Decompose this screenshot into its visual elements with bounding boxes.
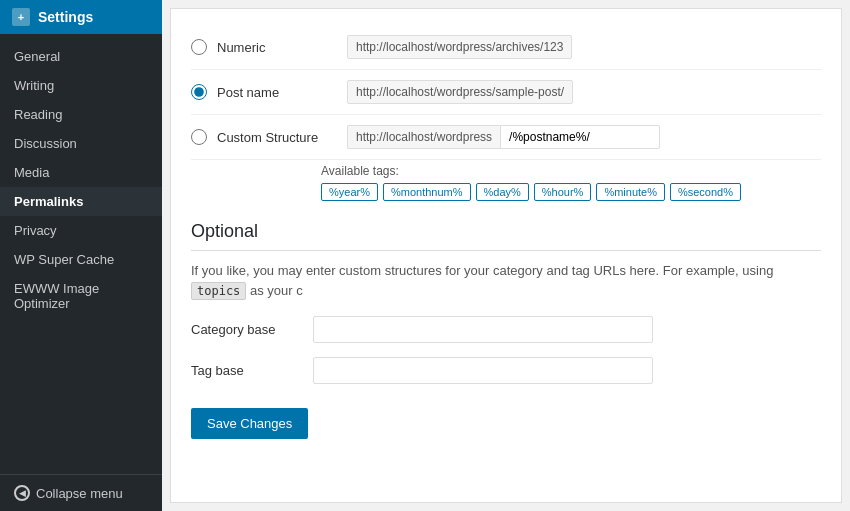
sidebar-item-media[interactable]: Media bbox=[0, 158, 162, 187]
post-name-radio[interactable] bbox=[191, 84, 207, 100]
numeric-label: Numeric bbox=[217, 40, 337, 55]
custom-url-input[interactable] bbox=[500, 125, 660, 149]
post-name-radio-row: Post name http://localhost/wordpress/sam… bbox=[191, 70, 821, 115]
tag-base-row: Tag base bbox=[191, 357, 821, 384]
sidebar-item-reading[interactable]: Reading bbox=[0, 100, 162, 129]
sidebar-nav: General Writing Reading Discussion Media… bbox=[0, 34, 162, 474]
sidebar-item-ewww[interactable]: EWWW Image Optimizer bbox=[0, 274, 162, 318]
optional-title: Optional bbox=[191, 221, 821, 251]
tag-minute[interactable]: %minute% bbox=[596, 183, 665, 201]
sidebar-title: Settings bbox=[38, 9, 93, 25]
post-name-url: http://localhost/wordpress/sample-post/ bbox=[347, 80, 573, 104]
sidebar-header: + Settings bbox=[0, 0, 162, 34]
collapse-menu-button[interactable]: ◀ Collapse menu bbox=[0, 474, 162, 511]
save-changes-button[interactable]: Save Changes bbox=[191, 408, 308, 439]
available-tags-section: Available tags: %year% %monthnum% %day% … bbox=[321, 164, 821, 201]
category-base-input[interactable] bbox=[313, 316, 653, 343]
sidebar-item-privacy[interactable]: Privacy bbox=[0, 216, 162, 245]
collapse-label: Collapse menu bbox=[36, 486, 123, 501]
tag-base-label: Tag base bbox=[191, 363, 301, 378]
custom-structure-inputs: http://localhost/wordpress bbox=[347, 125, 660, 149]
optional-desc: If you like, you may enter custom struct… bbox=[191, 261, 821, 300]
content-inner: Numeric http://localhost/wordpress/archi… bbox=[170, 8, 842, 503]
category-base-label: Category base bbox=[191, 322, 301, 337]
tag-year[interactable]: %year% bbox=[321, 183, 378, 201]
tag-day[interactable]: %day% bbox=[476, 183, 529, 201]
tags-row: %year% %monthnum% %day% %hour% %minute% … bbox=[321, 183, 821, 201]
custom-structure-radio[interactable] bbox=[191, 129, 207, 145]
tag-hour[interactable]: %hour% bbox=[534, 183, 592, 201]
numeric-radio[interactable] bbox=[191, 39, 207, 55]
settings-icon: + bbox=[12, 8, 30, 26]
tag-monthnum[interactable]: %monthnum% bbox=[383, 183, 471, 201]
sidebar: + Settings General Writing Reading Discu… bbox=[0, 0, 162, 511]
custom-structure-radio-row: Custom Structure http://localhost/wordpr… bbox=[191, 115, 821, 160]
post-name-label: Post name bbox=[217, 85, 337, 100]
optional-desc-before: If you like, you may enter custom struct… bbox=[191, 263, 773, 278]
available-tags-label: Available tags: bbox=[321, 164, 821, 178]
optional-desc-after: as your c bbox=[250, 283, 303, 298]
sidebar-item-discussion[interactable]: Discussion bbox=[0, 129, 162, 158]
sidebar-item-writing[interactable]: Writing bbox=[0, 71, 162, 100]
collapse-icon: ◀ bbox=[14, 485, 30, 501]
custom-url-base: http://localhost/wordpress bbox=[347, 125, 500, 149]
category-base-row: Category base bbox=[191, 316, 821, 343]
optional-section: Optional If you like, you may enter cust… bbox=[191, 221, 821, 439]
numeric-radio-row: Numeric http://localhost/wordpress/archi… bbox=[191, 25, 821, 70]
topics-badge: topics bbox=[191, 282, 246, 300]
tag-second[interactable]: %second% bbox=[670, 183, 741, 201]
tag-base-input[interactable] bbox=[313, 357, 653, 384]
sidebar-item-wp-super-cache[interactable]: WP Super Cache bbox=[0, 245, 162, 274]
sidebar-item-general[interactable]: General bbox=[0, 42, 162, 71]
numeric-url: http://localhost/wordpress/archives/123 bbox=[347, 35, 572, 59]
custom-structure-label: Custom Structure bbox=[217, 130, 337, 145]
sidebar-item-permalinks[interactable]: Permalinks bbox=[0, 187, 162, 216]
main-content: Numeric http://localhost/wordpress/archi… bbox=[162, 0, 850, 511]
